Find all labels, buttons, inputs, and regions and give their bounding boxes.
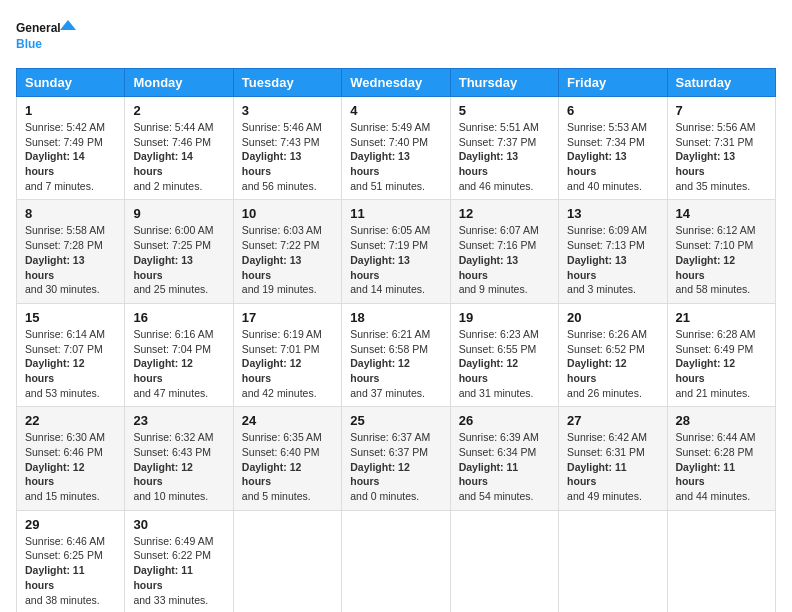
- day-info: Sunrise: 6:19 AMSunset: 7:01 PMDaylight:…: [242, 327, 333, 400]
- calendar-week-5: 29Sunrise: 6:46 AMSunset: 6:25 PMDayligh…: [17, 510, 776, 612]
- calendar-day-18: 18Sunrise: 6:21 AMSunset: 6:58 PMDayligh…: [342, 303, 450, 406]
- day-number: 13: [567, 206, 658, 221]
- day-info: Sunrise: 6:26 AMSunset: 6:52 PMDaylight:…: [567, 327, 658, 400]
- empty-cell: [233, 510, 341, 612]
- calendar-week-3: 15Sunrise: 6:14 AMSunset: 7:07 PMDayligh…: [17, 303, 776, 406]
- calendar-day-17: 17Sunrise: 6:19 AMSunset: 7:01 PMDayligh…: [233, 303, 341, 406]
- day-info: Sunrise: 5:53 AMSunset: 7:34 PMDaylight:…: [567, 120, 658, 193]
- empty-cell: [342, 510, 450, 612]
- calendar-day-23: 23Sunrise: 6:32 AMSunset: 6:43 PMDayligh…: [125, 407, 233, 510]
- day-number: 25: [350, 413, 441, 428]
- day-info: Sunrise: 6:49 AMSunset: 6:22 PMDaylight:…: [133, 534, 224, 607]
- day-number: 2: [133, 103, 224, 118]
- logo: General Blue: [16, 16, 76, 56]
- empty-cell: [667, 510, 775, 612]
- calendar-day-19: 19Sunrise: 6:23 AMSunset: 6:55 PMDayligh…: [450, 303, 558, 406]
- svg-marker-2: [60, 20, 76, 30]
- calendar-week-1: 1Sunrise: 5:42 AMSunset: 7:49 PMDaylight…: [17, 97, 776, 200]
- calendar-day-30: 30Sunrise: 6:49 AMSunset: 6:22 PMDayligh…: [125, 510, 233, 612]
- calendar-day-29: 29Sunrise: 6:46 AMSunset: 6:25 PMDayligh…: [17, 510, 125, 612]
- calendar-day-24: 24Sunrise: 6:35 AMSunset: 6:40 PMDayligh…: [233, 407, 341, 510]
- calendar-body: 1Sunrise: 5:42 AMSunset: 7:49 PMDaylight…: [17, 97, 776, 613]
- day-info: Sunrise: 5:46 AMSunset: 7:43 PMDaylight:…: [242, 120, 333, 193]
- calendar-week-4: 22Sunrise: 6:30 AMSunset: 6:46 PMDayligh…: [17, 407, 776, 510]
- day-number: 20: [567, 310, 658, 325]
- day-info: Sunrise: 5:49 AMSunset: 7:40 PMDaylight:…: [350, 120, 441, 193]
- calendar-day-27: 27Sunrise: 6:42 AMSunset: 6:31 PMDayligh…: [559, 407, 667, 510]
- calendar-day-2: 2Sunrise: 5:44 AMSunset: 7:46 PMDaylight…: [125, 97, 233, 200]
- column-header-saturday: Saturday: [667, 69, 775, 97]
- day-info: Sunrise: 6:35 AMSunset: 6:40 PMDaylight:…: [242, 430, 333, 503]
- day-number: 30: [133, 517, 224, 532]
- calendar-day-20: 20Sunrise: 6:26 AMSunset: 6:52 PMDayligh…: [559, 303, 667, 406]
- day-number: 6: [567, 103, 658, 118]
- calendar-day-22: 22Sunrise: 6:30 AMSunset: 6:46 PMDayligh…: [17, 407, 125, 510]
- day-number: 16: [133, 310, 224, 325]
- day-number: 1: [25, 103, 116, 118]
- calendar-day-12: 12Sunrise: 6:07 AMSunset: 7:16 PMDayligh…: [450, 200, 558, 303]
- day-number: 23: [133, 413, 224, 428]
- calendar-table: SundayMondayTuesdayWednesdayThursdayFrid…: [16, 68, 776, 612]
- day-number: 11: [350, 206, 441, 221]
- day-number: 24: [242, 413, 333, 428]
- day-info: Sunrise: 5:58 AMSunset: 7:28 PMDaylight:…: [25, 223, 116, 296]
- day-number: 8: [25, 206, 116, 221]
- day-info: Sunrise: 6:12 AMSunset: 7:10 PMDaylight:…: [676, 223, 767, 296]
- calendar-day-6: 6Sunrise: 5:53 AMSunset: 7:34 PMDaylight…: [559, 97, 667, 200]
- svg-text:Blue: Blue: [16, 37, 42, 51]
- day-info: Sunrise: 5:42 AMSunset: 7:49 PMDaylight:…: [25, 120, 116, 193]
- day-info: Sunrise: 6:32 AMSunset: 6:43 PMDaylight:…: [133, 430, 224, 503]
- calendar-day-26: 26Sunrise: 6:39 AMSunset: 6:34 PMDayligh…: [450, 407, 558, 510]
- calendar-day-5: 5Sunrise: 5:51 AMSunset: 7:37 PMDaylight…: [450, 97, 558, 200]
- column-header-monday: Monday: [125, 69, 233, 97]
- day-info: Sunrise: 6:46 AMSunset: 6:25 PMDaylight:…: [25, 534, 116, 607]
- column-header-thursday: Thursday: [450, 69, 558, 97]
- day-info: Sunrise: 6:16 AMSunset: 7:04 PMDaylight:…: [133, 327, 224, 400]
- day-info: Sunrise: 6:03 AMSunset: 7:22 PMDaylight:…: [242, 223, 333, 296]
- calendar-day-7: 7Sunrise: 5:56 AMSunset: 7:31 PMDaylight…: [667, 97, 775, 200]
- day-info: Sunrise: 6:00 AMSunset: 7:25 PMDaylight:…: [133, 223, 224, 296]
- column-header-sunday: Sunday: [17, 69, 125, 97]
- day-info: Sunrise: 6:30 AMSunset: 6:46 PMDaylight:…: [25, 430, 116, 503]
- day-number: 10: [242, 206, 333, 221]
- day-number: 21: [676, 310, 767, 325]
- day-info: Sunrise: 6:05 AMSunset: 7:19 PMDaylight:…: [350, 223, 441, 296]
- calendar-day-25: 25Sunrise: 6:37 AMSunset: 6:37 PMDayligh…: [342, 407, 450, 510]
- calendar-day-11: 11Sunrise: 6:05 AMSunset: 7:19 PMDayligh…: [342, 200, 450, 303]
- day-number: 28: [676, 413, 767, 428]
- calendar-day-21: 21Sunrise: 6:28 AMSunset: 6:49 PMDayligh…: [667, 303, 775, 406]
- day-number: 7: [676, 103, 767, 118]
- day-number: 12: [459, 206, 550, 221]
- calendar-day-16: 16Sunrise: 6:16 AMSunset: 7:04 PMDayligh…: [125, 303, 233, 406]
- calendar-header-row: SundayMondayTuesdayWednesdayThursdayFrid…: [17, 69, 776, 97]
- day-number: 14: [676, 206, 767, 221]
- calendar-day-14: 14Sunrise: 6:12 AMSunset: 7:10 PMDayligh…: [667, 200, 775, 303]
- calendar-week-2: 8Sunrise: 5:58 AMSunset: 7:28 PMDaylight…: [17, 200, 776, 303]
- day-info: Sunrise: 6:39 AMSunset: 6:34 PMDaylight:…: [459, 430, 550, 503]
- day-number: 29: [25, 517, 116, 532]
- day-info: Sunrise: 6:14 AMSunset: 7:07 PMDaylight:…: [25, 327, 116, 400]
- day-info: Sunrise: 6:37 AMSunset: 6:37 PMDaylight:…: [350, 430, 441, 503]
- day-number: 27: [567, 413, 658, 428]
- day-info: Sunrise: 5:56 AMSunset: 7:31 PMDaylight:…: [676, 120, 767, 193]
- day-info: Sunrise: 6:28 AMSunset: 6:49 PMDaylight:…: [676, 327, 767, 400]
- day-number: 5: [459, 103, 550, 118]
- day-number: 18: [350, 310, 441, 325]
- logo-svg: General Blue: [16, 16, 76, 56]
- column-header-friday: Friday: [559, 69, 667, 97]
- day-number: 19: [459, 310, 550, 325]
- day-number: 26: [459, 413, 550, 428]
- column-header-tuesday: Tuesday: [233, 69, 341, 97]
- day-info: Sunrise: 6:23 AMSunset: 6:55 PMDaylight:…: [459, 327, 550, 400]
- calendar-day-13: 13Sunrise: 6:09 AMSunset: 7:13 PMDayligh…: [559, 200, 667, 303]
- day-info: Sunrise: 5:44 AMSunset: 7:46 PMDaylight:…: [133, 120, 224, 193]
- day-info: Sunrise: 6:44 AMSunset: 6:28 PMDaylight:…: [676, 430, 767, 503]
- day-info: Sunrise: 5:51 AMSunset: 7:37 PMDaylight:…: [459, 120, 550, 193]
- calendar-day-9: 9Sunrise: 6:00 AMSunset: 7:25 PMDaylight…: [125, 200, 233, 303]
- page-header: General Blue: [16, 16, 776, 56]
- calendar-day-1: 1Sunrise: 5:42 AMSunset: 7:49 PMDaylight…: [17, 97, 125, 200]
- day-info: Sunrise: 6:07 AMSunset: 7:16 PMDaylight:…: [459, 223, 550, 296]
- calendar-day-10: 10Sunrise: 6:03 AMSunset: 7:22 PMDayligh…: [233, 200, 341, 303]
- svg-text:General: General: [16, 21, 61, 35]
- day-number: 17: [242, 310, 333, 325]
